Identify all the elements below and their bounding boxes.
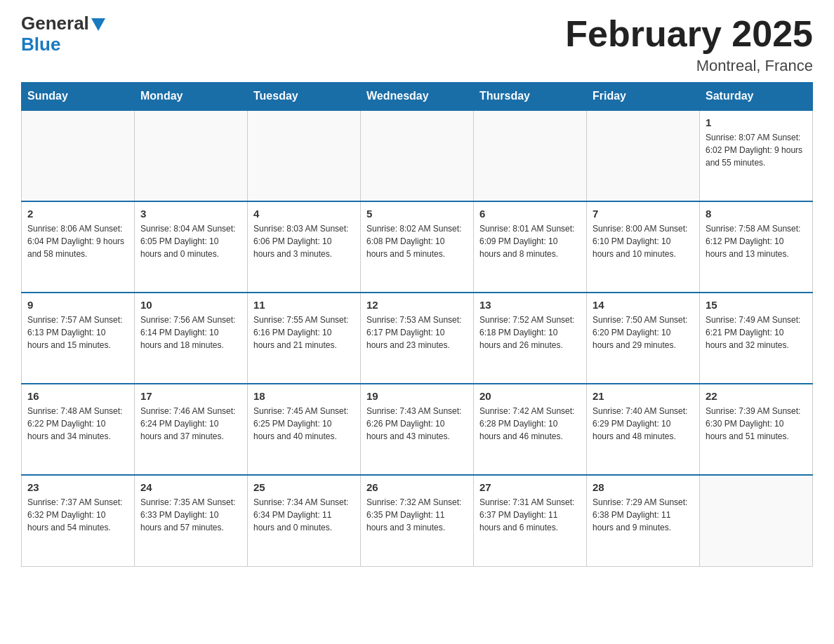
calendar-cell bbox=[700, 475, 813, 566]
day-number: 15 bbox=[706, 299, 807, 311]
day-info: Sunrise: 7:50 AM Sunset: 6:20 PM Dayligh… bbox=[593, 314, 694, 351]
calendar-cell bbox=[22, 110, 135, 201]
day-number: 27 bbox=[479, 481, 581, 493]
day-info: Sunrise: 7:43 AM Sunset: 6:26 PM Dayligh… bbox=[366, 405, 468, 443]
calendar-cell: 10Sunrise: 7:56 AM Sunset: 6:14 PM Dayli… bbox=[135, 293, 248, 384]
header-thursday: Thursday bbox=[474, 83, 587, 111]
calendar-cell: 28Sunrise: 7:29 AM Sunset: 6:38 PM Dayli… bbox=[587, 475, 700, 566]
calendar-title: February 2025 bbox=[565, 14, 813, 54]
day-info: Sunrise: 8:01 AM Sunset: 6:09 PM Dayligh… bbox=[479, 222, 581, 260]
calendar-cell: 27Sunrise: 7:31 AM Sunset: 6:37 PM Dayli… bbox=[474, 475, 587, 566]
day-info: Sunrise: 7:29 AM Sunset: 6:38 PM Dayligh… bbox=[593, 496, 694, 534]
day-number: 17 bbox=[140, 390, 241, 402]
header-friday: Friday bbox=[587, 83, 700, 111]
day-info: Sunrise: 7:56 AM Sunset: 6:14 PM Dayligh… bbox=[140, 314, 241, 351]
calendar-table: Sunday Monday Tuesday Wednesday Thursday… bbox=[21, 82, 813, 567]
day-header-row: Sunday Monday Tuesday Wednesday Thursday… bbox=[22, 83, 813, 111]
day-number: 18 bbox=[253, 390, 355, 402]
day-number: 8 bbox=[706, 208, 807, 220]
header-monday: Monday bbox=[135, 83, 248, 111]
calendar-cell bbox=[587, 110, 700, 201]
day-number: 28 bbox=[593, 481, 694, 493]
calendar-cell: 15Sunrise: 7:49 AM Sunset: 6:21 PM Dayli… bbox=[700, 293, 813, 384]
calendar-cell: 11Sunrise: 7:55 AM Sunset: 6:16 PM Dayli… bbox=[248, 293, 361, 384]
calendar-cell: 5Sunrise: 8:02 AM Sunset: 6:08 PM Daylig… bbox=[361, 201, 474, 293]
day-number: 9 bbox=[27, 299, 128, 311]
day-number: 1 bbox=[706, 116, 807, 128]
day-info: Sunrise: 7:58 AM Sunset: 6:12 PM Dayligh… bbox=[706, 222, 807, 260]
day-info: Sunrise: 7:53 AM Sunset: 6:17 PM Dayligh… bbox=[366, 314, 468, 351]
header-saturday: Saturday bbox=[700, 83, 813, 111]
day-info: Sunrise: 7:35 AM Sunset: 6:33 PM Dayligh… bbox=[140, 496, 241, 534]
calendar-cell: 20Sunrise: 7:42 AM Sunset: 6:28 PM Dayli… bbox=[474, 384, 587, 475]
day-number: 21 bbox=[593, 390, 694, 402]
logo: General Blue bbox=[21, 14, 105, 55]
day-info: Sunrise: 7:34 AM Sunset: 6:34 PM Dayligh… bbox=[253, 496, 355, 534]
day-number: 26 bbox=[366, 481, 468, 493]
calendar-location: Montreal, France bbox=[565, 57, 813, 75]
page-header: General Blue February 2025 Montreal, Fra… bbox=[21, 14, 813, 75]
calendar-cell: 3Sunrise: 8:04 AM Sunset: 6:05 PM Daylig… bbox=[135, 201, 248, 293]
day-info: Sunrise: 8:06 AM Sunset: 6:04 PM Dayligh… bbox=[27, 222, 128, 260]
logo-general-text: General bbox=[21, 14, 89, 32]
day-info: Sunrise: 7:42 AM Sunset: 6:28 PM Dayligh… bbox=[479, 405, 581, 443]
day-number: 19 bbox=[366, 390, 468, 402]
day-info: Sunrise: 8:07 AM Sunset: 6:02 PM Dayligh… bbox=[706, 131, 807, 169]
calendar-cell: 22Sunrise: 7:39 AM Sunset: 6:30 PM Dayli… bbox=[700, 384, 813, 475]
day-number: 14 bbox=[593, 299, 694, 311]
day-info: Sunrise: 8:00 AM Sunset: 6:10 PM Dayligh… bbox=[593, 222, 694, 260]
calendar-cell: 13Sunrise: 7:52 AM Sunset: 6:18 PM Dayli… bbox=[474, 293, 587, 384]
day-info: Sunrise: 7:52 AM Sunset: 6:18 PM Dayligh… bbox=[479, 314, 581, 351]
header-tuesday: Tuesday bbox=[248, 83, 361, 111]
calendar-body: 1Sunrise: 8:07 AM Sunset: 6:02 PM Daylig… bbox=[22, 110, 813, 566]
day-number: 13 bbox=[479, 299, 581, 311]
title-block: February 2025 Montreal, France bbox=[565, 14, 813, 75]
logo-triangle-icon bbox=[91, 18, 105, 31]
calendar-cell: 19Sunrise: 7:43 AM Sunset: 6:26 PM Dayli… bbox=[361, 384, 474, 475]
day-number: 7 bbox=[593, 208, 694, 220]
calendar-cell: 23Sunrise: 7:37 AM Sunset: 6:32 PM Dayli… bbox=[22, 475, 135, 566]
calendar-cell bbox=[248, 110, 361, 201]
day-info: Sunrise: 7:37 AM Sunset: 6:32 PM Dayligh… bbox=[27, 496, 128, 534]
calendar-cell: 7Sunrise: 8:00 AM Sunset: 6:10 PM Daylig… bbox=[587, 201, 700, 293]
day-number: 11 bbox=[253, 299, 355, 311]
day-info: Sunrise: 8:03 AM Sunset: 6:06 PM Dayligh… bbox=[253, 222, 355, 260]
calendar-cell: 8Sunrise: 7:58 AM Sunset: 6:12 PM Daylig… bbox=[700, 201, 813, 293]
week-row-2: 9Sunrise: 7:57 AM Sunset: 6:13 PM Daylig… bbox=[22, 293, 813, 384]
calendar-cell: 16Sunrise: 7:48 AM Sunset: 6:22 PM Dayli… bbox=[22, 384, 135, 475]
calendar-cell: 2Sunrise: 8:06 AM Sunset: 6:04 PM Daylig… bbox=[22, 201, 135, 293]
calendar-header: Sunday Monday Tuesday Wednesday Thursday… bbox=[22, 83, 813, 111]
week-row-4: 23Sunrise: 7:37 AM Sunset: 6:32 PM Dayli… bbox=[22, 475, 813, 566]
day-number: 16 bbox=[27, 390, 128, 402]
week-row-0: 1Sunrise: 8:07 AM Sunset: 6:02 PM Daylig… bbox=[22, 110, 813, 201]
day-info: Sunrise: 7:31 AM Sunset: 6:37 PM Dayligh… bbox=[479, 496, 581, 534]
header-sunday: Sunday bbox=[22, 83, 135, 111]
day-number: 12 bbox=[366, 299, 468, 311]
day-info: Sunrise: 7:39 AM Sunset: 6:30 PM Dayligh… bbox=[706, 405, 807, 443]
day-info: Sunrise: 7:45 AM Sunset: 6:25 PM Dayligh… bbox=[253, 405, 355, 443]
header-wednesday: Wednesday bbox=[361, 83, 474, 111]
calendar-cell: 9Sunrise: 7:57 AM Sunset: 6:13 PM Daylig… bbox=[22, 293, 135, 384]
day-number: 3 bbox=[140, 208, 241, 220]
calendar-cell bbox=[135, 110, 248, 201]
day-info: Sunrise: 7:46 AM Sunset: 6:24 PM Dayligh… bbox=[140, 405, 241, 443]
week-row-3: 16Sunrise: 7:48 AM Sunset: 6:22 PM Dayli… bbox=[22, 384, 813, 475]
calendar-cell: 14Sunrise: 7:50 AM Sunset: 6:20 PM Dayli… bbox=[587, 293, 700, 384]
logo-blue-text: Blue bbox=[21, 34, 60, 55]
day-info: Sunrise: 7:32 AM Sunset: 6:35 PM Dayligh… bbox=[366, 496, 468, 534]
day-info: Sunrise: 7:57 AM Sunset: 6:13 PM Dayligh… bbox=[27, 314, 128, 351]
calendar-cell: 4Sunrise: 8:03 AM Sunset: 6:06 PM Daylig… bbox=[248, 201, 361, 293]
day-info: Sunrise: 7:55 AM Sunset: 6:16 PM Dayligh… bbox=[253, 314, 355, 351]
day-info: Sunrise: 7:40 AM Sunset: 6:29 PM Dayligh… bbox=[593, 405, 694, 443]
day-number: 6 bbox=[479, 208, 581, 220]
day-number: 25 bbox=[253, 481, 355, 493]
day-number: 23 bbox=[27, 481, 128, 493]
calendar-cell: 25Sunrise: 7:34 AM Sunset: 6:34 PM Dayli… bbox=[248, 475, 361, 566]
day-info: Sunrise: 7:49 AM Sunset: 6:21 PM Dayligh… bbox=[706, 314, 807, 351]
calendar-cell: 12Sunrise: 7:53 AM Sunset: 6:17 PM Dayli… bbox=[361, 293, 474, 384]
day-number: 10 bbox=[140, 299, 241, 311]
day-info: Sunrise: 7:48 AM Sunset: 6:22 PM Dayligh… bbox=[27, 405, 128, 443]
week-row-1: 2Sunrise: 8:06 AM Sunset: 6:04 PM Daylig… bbox=[22, 201, 813, 293]
day-number: 22 bbox=[706, 390, 807, 402]
calendar-cell: 17Sunrise: 7:46 AM Sunset: 6:24 PM Dayli… bbox=[135, 384, 248, 475]
